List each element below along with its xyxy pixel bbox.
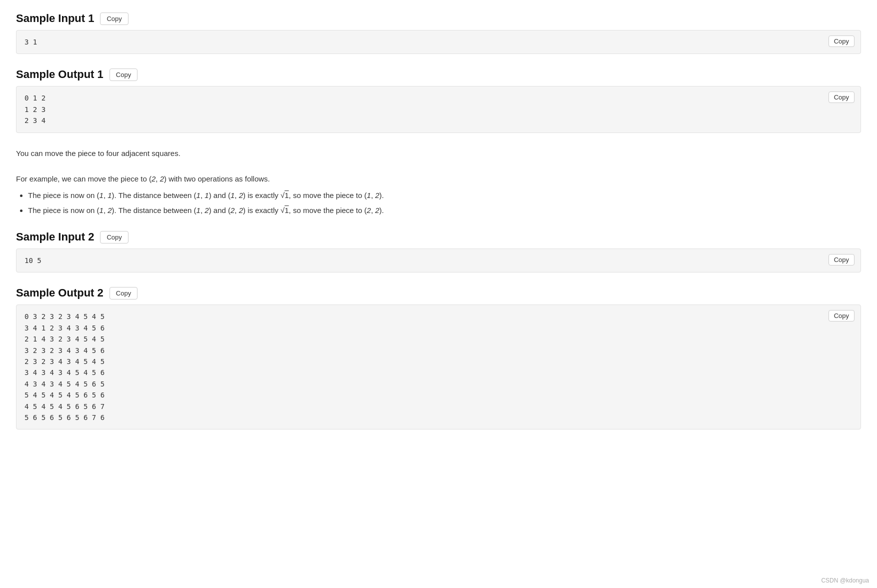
sample-output-2-code-block: 0 3 2 3 2 3 4 5 4 5 3 4 1 2 3 4 3 4 5 6 … bbox=[16, 304, 861, 430]
sample-output-1-title: Sample Output 1 bbox=[16, 68, 104, 81]
sample-input-1-section: Sample Input 1 Copy 3 1 Copy bbox=[16, 12, 861, 54]
sample-output-2-value: 0 3 2 3 2 3 4 5 4 5 3 4 1 2 3 4 3 4 5 6 … bbox=[24, 311, 852, 423]
sample-input-2-inner-copy-button[interactable]: Copy bbox=[828, 254, 854, 266]
sample-input-1-header: Sample Input 1 Copy bbox=[16, 12, 861, 25]
sample-output-1-code-block: 0 1 2 1 2 3 2 3 4 Copy bbox=[16, 86, 861, 132]
sample-output-1-header: Sample Output 1 Copy bbox=[16, 68, 861, 81]
description-section: You can move the piece to four adjacent … bbox=[16, 147, 861, 217]
description-line2: For example, we can move the piece to (2… bbox=[16, 172, 861, 186]
description-line1: You can move the piece to four adjacent … bbox=[16, 147, 861, 160]
sample-input-2-code-block: 10 5 Copy bbox=[16, 248, 861, 272]
sample-output-1-value: 0 1 2 1 2 3 2 3 4 bbox=[24, 92, 852, 126]
sample-input-1-inner-copy-button[interactable]: Copy bbox=[828, 36, 854, 47]
sample-output-1-copy-button[interactable]: Copy bbox=[110, 68, 138, 81]
sample-output-2-section: Sample Output 2 Copy 0 3 2 3 2 3 4 5 4 5… bbox=[16, 286, 861, 430]
sample-input-2-section: Sample Input 2 Copy 10 5 Copy bbox=[16, 230, 861, 272]
description-bullets: The piece is now on (1, 1). The distance… bbox=[28, 189, 861, 216]
description-bullet1: The piece is now on (1, 1). The distance… bbox=[28, 189, 861, 202]
sample-input-2-title: Sample Input 2 bbox=[16, 230, 94, 244]
sample-output-2-header: Sample Output 2 Copy bbox=[16, 286, 861, 300]
sample-output-1-inner-copy-button[interactable]: Copy bbox=[828, 92, 854, 103]
sample-input-1-code-block: 3 1 Copy bbox=[16, 30, 861, 54]
sample-input-1-value: 3 1 bbox=[24, 36, 852, 48]
description-bullet2: The piece is now on (1, 2). The distance… bbox=[28, 204, 861, 217]
sample-input-2-value: 10 5 bbox=[24, 255, 852, 266]
sample-input-2-header: Sample Input 2 Copy bbox=[16, 230, 861, 244]
sample-input-1-title: Sample Input 1 bbox=[16, 12, 94, 25]
sample-output-2-title: Sample Output 2 bbox=[16, 286, 104, 300]
sample-input-2-copy-button[interactable]: Copy bbox=[100, 231, 128, 244]
sample-output-2-copy-button[interactable]: Copy bbox=[110, 287, 138, 300]
sample-output-2-inner-copy-button[interactable]: Copy bbox=[828, 310, 854, 322]
sample-input-1-copy-button[interactable]: Copy bbox=[100, 12, 128, 25]
sample-output-1-section: Sample Output 1 Copy 0 1 2 1 2 3 2 3 4 C… bbox=[16, 68, 861, 132]
